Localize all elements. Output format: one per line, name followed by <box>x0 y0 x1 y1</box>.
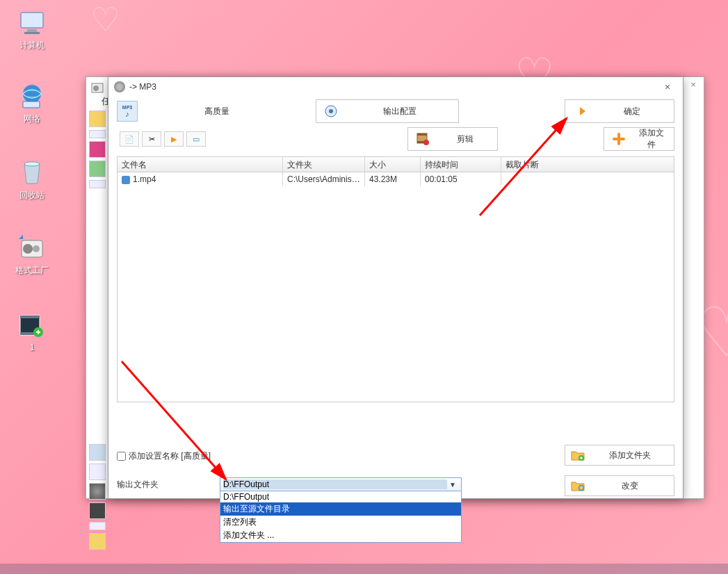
svg-rect-0 <box>21 13 43 28</box>
info-button[interactable]: ▭ <box>186 131 206 147</box>
desktop-icon-network[interactable]: 网络 <box>4 82 60 125</box>
desktop-icon-computer[interactable]: 计算机 <box>4 8 60 51</box>
quality-label: 高质量 <box>204 106 229 117</box>
film-edit-icon <box>415 131 430 147</box>
output-config-button[interactable]: 输出配置 <box>316 99 459 123</box>
taskbar[interactable] <box>0 564 728 574</box>
desktop-icon-formatfactory[interactable]: 格式工厂 <box>4 233 60 277</box>
output-dir-combo[interactable]: D:\FFOutput ▼ D:\FFOutput 输出至源文件目录 清空列表 … <box>220 477 462 491</box>
desktop-icon-recycle[interactable]: 回收站 <box>4 158 60 202</box>
play-button[interactable]: ▶ <box>164 131 184 147</box>
svg-marker-10 <box>19 235 23 239</box>
formatfactory-icon <box>17 233 47 263</box>
col-header-clip[interactable]: 截取片断 <box>501 157 578 172</box>
cut-button[interactable]: ✂ <box>142 131 161 147</box>
cell-size: 43.23M <box>365 172 421 186</box>
col-header-name[interactable]: 文件名 <box>118 157 283 172</box>
cell-name: 1.mp4 <box>133 174 156 184</box>
button-label: 添加文件 <box>636 127 667 151</box>
plus-icon <box>611 131 626 147</box>
gear-globe-icon <box>323 104 339 119</box>
video-file-icon <box>122 176 130 184</box>
svg-point-18 <box>329 109 333 113</box>
button-label: 确定 <box>597 106 667 117</box>
svg-rect-2 <box>24 32 40 34</box>
desktop-icon-label: 格式工厂 <box>4 265 60 277</box>
svg-rect-1 <box>27 29 37 32</box>
svg-point-9 <box>33 245 40 252</box>
button-label: 输出配置 <box>348 106 451 117</box>
parent-left-thumbs <box>89 110 107 550</box>
svg-rect-12 <box>20 315 40 318</box>
edit-button[interactable]: 剪辑 <box>407 127 498 151</box>
cell-duration: 00:01:05 <box>421 172 501 186</box>
dialog-app-icon <box>114 81 125 92</box>
info-icon: ▭ <box>193 135 200 144</box>
svg-point-6 <box>24 162 40 166</box>
mp3-convert-dialog: -> MP3 × MP3 ♪ 高质量 输出配置 确定 <box>108 76 683 499</box>
combo-dropdown-list: D:\FFOutput 输出至源文件目录 清空列表 添加文件夹 ... <box>220 491 462 543</box>
button-label: 剪辑 <box>440 133 490 145</box>
combo-option[interactable]: 添加文件夹 ... <box>220 529 461 542</box>
checkbox-label: 添加设置名称 [高质量] <box>129 450 211 462</box>
add-folder-button[interactable]: 添加文件夹 <box>565 445 674 466</box>
file-minus-icon: 📄 <box>124 135 134 144</box>
dialog-title: -> MP3 <box>129 82 658 92</box>
combo-option[interactable]: D:\FFOutput <box>220 491 461 502</box>
chevron-down-icon: ▼ <box>447 481 458 489</box>
combo-option[interactable]: 输出至源文件目录 <box>220 502 461 516</box>
col-header-size[interactable]: 大小 <box>365 157 421 172</box>
table-row[interactable]: 1.mp4 C:\Users\Administr... 43.23M 00:01… <box>118 172 674 186</box>
svg-point-3 <box>23 85 41 103</box>
close-icon[interactable]: × <box>658 81 677 92</box>
cell-clip <box>501 177 578 181</box>
desktop-icon-label: 网络 <box>4 113 60 125</box>
parent-close-button[interactable]: × <box>687 79 699 92</box>
svg-rect-5 <box>23 101 40 108</box>
play-icon: ▶ <box>171 135 177 144</box>
col-header-duration[interactable]: 持续时间 <box>421 157 501 172</box>
svg-point-8 <box>23 244 33 254</box>
button-label: 添加文件夹 <box>592 450 668 461</box>
svg-point-16 <box>93 85 99 91</box>
remove-button[interactable]: 📄 <box>120 131 139 147</box>
col-header-folder[interactable]: 文件夹 <box>283 157 365 172</box>
output-dir-label: 输出文件夹 <box>117 479 220 491</box>
confirm-arrow-icon <box>572 104 588 119</box>
parent-app-icon <box>90 81 104 95</box>
recycle-bin-icon <box>17 158 47 188</box>
desktop-icon-label: 回收站 <box>4 190 60 202</box>
svg-rect-20 <box>417 133 427 136</box>
computer-icon <box>17 8 47 38</box>
folder-plus-icon <box>571 449 585 461</box>
confirm-button[interactable]: 确定 <box>565 99 674 123</box>
folder-change-icon <box>571 479 585 492</box>
desktop-icon-label: 1 <box>4 343 60 352</box>
dialog-titlebar[interactable]: -> MP3 × <box>108 77 683 97</box>
add-settings-name-checkbox[interactable] <box>117 452 126 461</box>
network-icon <box>17 82 47 111</box>
video-file-icon <box>17 311 47 341</box>
combo-value: D:\FFOutput <box>223 479 447 489</box>
button-label: 改变 <box>592 480 668 492</box>
file-table[interactable]: 文件名 文件夹 大小 持续时间 截取片断 1.mp4 C:\Users\Admi… <box>117 156 674 402</box>
cell-folder: C:\Users\Administr... <box>283 172 365 186</box>
file-table-header: 文件名 文件夹 大小 持续时间 截取片断 <box>118 157 674 172</box>
desktop-icon-label: 计算机 <box>4 40 60 51</box>
combo-option[interactable]: 清空列表 <box>220 516 461 529</box>
change-button[interactable]: 改变 <box>565 475 674 496</box>
desktop-icon-file1[interactable]: 1 <box>4 311 60 352</box>
scissors-icon: ✂ <box>149 135 155 144</box>
add-file-button[interactable]: 添加文件 <box>604 127 674 151</box>
mp3-format-icon: MP3 ♪ <box>117 101 138 122</box>
svg-point-22 <box>423 140 429 145</box>
